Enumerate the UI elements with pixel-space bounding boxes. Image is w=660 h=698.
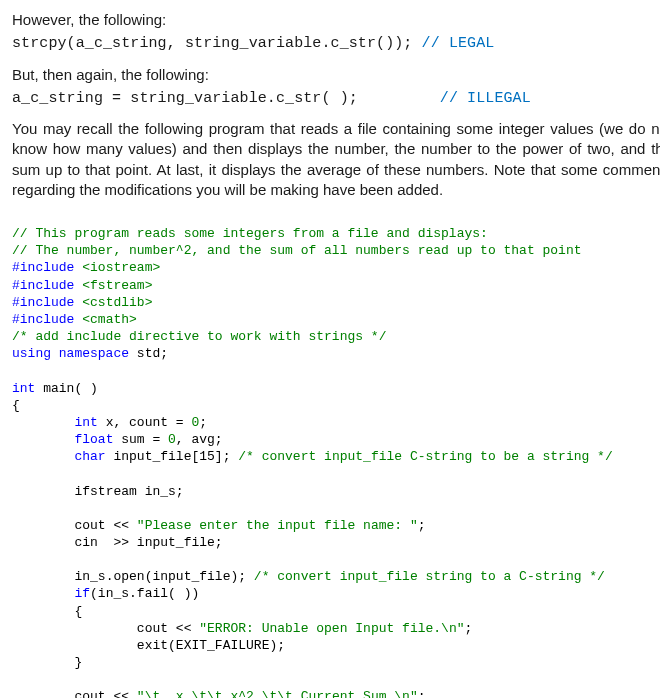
code-text: , avg;: [176, 432, 223, 447]
code-comment: // The number, number^2, and the sum of …: [12, 243, 582, 258]
paragraph-intro-1: However, the following:: [12, 10, 660, 30]
code-comment: /* convert input_file C-string to be a s…: [238, 449, 612, 464]
source-code-block: // This program reads some integers from…: [12, 208, 660, 698]
code-indent: [12, 621, 137, 636]
code-indent: [12, 432, 74, 447]
code-example-legal: strcpy(a_c_string, string_variable.c_str…: [12, 34, 660, 54]
code-gap: [358, 90, 440, 107]
code-indent: [12, 535, 74, 550]
code-include: #include: [12, 312, 74, 327]
code-comment: /* convert input_file string to a C-stri…: [254, 569, 605, 584]
code-text: cin >> input_file;: [74, 535, 222, 550]
code-kw-int: int: [74, 415, 97, 430]
code-text: ;: [199, 415, 207, 430]
code-text: strcpy(a_c_string, string_variable.c_str…: [12, 35, 422, 52]
code-kw-char: char: [74, 449, 105, 464]
code-indent: [12, 518, 74, 533]
code-indent: [12, 484, 74, 499]
code-text: cout <<: [74, 689, 136, 698]
code-include: #include: [12, 260, 74, 275]
code-example-illegal: a_c_string = string_variable.c_str( ); /…: [12, 89, 660, 109]
code-kw-if: if: [74, 586, 90, 601]
code-kw-using: using: [12, 346, 51, 361]
code-text: ifstream in_s;: [74, 484, 183, 499]
code-indent: [12, 689, 74, 698]
code-brace: {: [12, 604, 82, 619]
code-num: 0: [168, 432, 176, 447]
code-kw-namespace: namespace: [51, 346, 129, 361]
code-header: <iostream>: [74, 260, 160, 275]
code-header: <cstdlib>: [74, 295, 152, 310]
code-brace: {: [12, 398, 20, 413]
code-indent: [12, 449, 74, 464]
code-indent: [12, 569, 74, 584]
code-text: ;: [418, 689, 426, 698]
code-text: main( ): [35, 381, 97, 396]
code-text: (in_s.fail( )): [90, 586, 199, 601]
code-string: "Please enter the input file name: ": [137, 518, 418, 533]
code-text: x, count =: [98, 415, 192, 430]
code-text: ;: [465, 621, 473, 636]
code-comment: /* add include directive to work with st…: [12, 329, 386, 344]
code-indent: [12, 638, 137, 653]
code-text: ;: [418, 518, 426, 533]
code-string: "ERROR: Unable open Input file.\n": [199, 621, 464, 636]
code-include: #include: [12, 278, 74, 293]
code-comment-illegal: // ILLEGAL: [440, 90, 531, 107]
code-text: cout <<: [74, 518, 136, 533]
code-text: input_file[15];: [106, 449, 239, 464]
code-header: <cmath>: [74, 312, 136, 327]
code-brace: }: [12, 655, 82, 670]
code-string: "\t x \t\t x^2 \t\t Current Sum \n": [137, 689, 418, 698]
code-text: in_s.open(input_file);: [74, 569, 253, 584]
code-comment: // This program reads some integers from…: [12, 226, 488, 241]
code-text: sum =: [113, 432, 168, 447]
code-text: a_c_string = string_variable.c_str( );: [12, 90, 358, 107]
paragraph-body: You may recall the following program tha…: [12, 119, 660, 200]
code-include: #include: [12, 295, 74, 310]
code-text: std;: [129, 346, 168, 361]
code-text: cout <<: [137, 621, 199, 636]
code-indent: [12, 415, 74, 430]
code-indent: [12, 586, 74, 601]
code-text: exit(EXIT_FAILURE);: [137, 638, 285, 653]
code-kw-float: float: [74, 432, 113, 447]
code-comment-legal: // LEGAL: [422, 35, 495, 52]
paragraph-intro-2: But, then again, the following:: [12, 65, 660, 85]
code-kw-int: int: [12, 381, 35, 396]
code-header: <fstream>: [74, 278, 152, 293]
